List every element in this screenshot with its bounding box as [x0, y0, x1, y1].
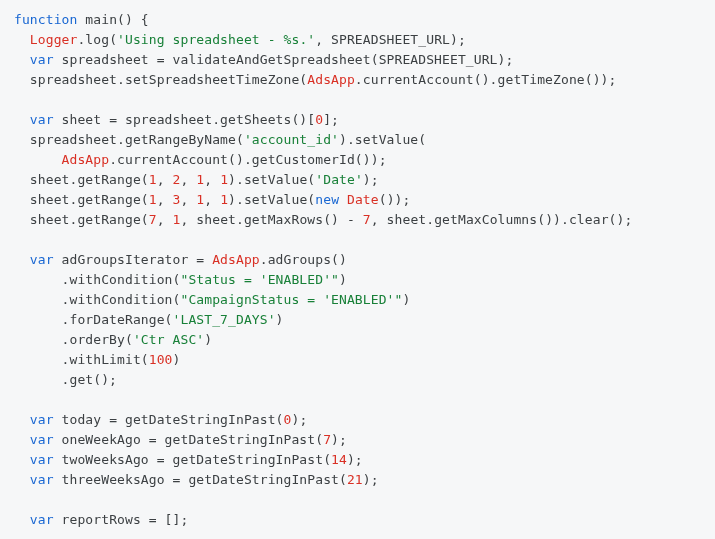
number-literal: 21 — [347, 472, 363, 487]
comma: , — [157, 172, 173, 187]
string-literal: "Status = 'ENABLED'" — [180, 272, 339, 287]
code-text: sheet.getRange( — [14, 192, 149, 207]
type-ref: AdsApp — [212, 252, 260, 267]
keyword: function — [14, 12, 77, 27]
code-text: today = getDateStringInPast( — [54, 412, 284, 427]
code-line: .forDateRange('LAST_7_DAYS') — [14, 310, 701, 330]
code-text: sheet = spreadsheet.getSheets()[ — [54, 112, 316, 127]
code-text: , SPREADSHEET_URL); — [315, 32, 466, 47]
code-line: var twoWeeksAgo = getDateStringInPast(14… — [14, 450, 701, 470]
code-text: , sheet.getMaxColumns()).clear(); — [371, 212, 633, 227]
number-literal: 0 — [315, 112, 323, 127]
code-text: ) — [204, 332, 212, 347]
code-text: sheet.getRange( — [14, 212, 149, 227]
code-text: .orderBy( — [14, 332, 133, 347]
number-literal: 1 — [173, 212, 181, 227]
code-text: ]; — [323, 112, 339, 127]
code-text: twoWeeksAgo = getDateStringInPast( — [54, 452, 331, 467]
code-text: .withCondition( — [14, 292, 180, 307]
indent — [14, 152, 62, 167]
code-line: .withLimit(100) — [14, 350, 701, 370]
code-block: function main() { Logger.log('Using spre… — [14, 10, 701, 530]
string-literal: 'Date' — [315, 172, 363, 187]
code-text: .forDateRange( — [14, 312, 173, 327]
code-text: ).setValue( — [228, 172, 315, 187]
blank-line — [14, 230, 701, 250]
code-line: Logger.log('Using spreadsheet - %s.', SP… — [14, 30, 701, 50]
keyword: var — [30, 472, 54, 487]
comma: , — [181, 172, 197, 187]
string-literal: 'LAST_7_DAYS' — [173, 312, 276, 327]
type-ref: AdsApp — [62, 152, 110, 167]
keyword: var — [30, 452, 54, 467]
code-line: .orderBy('Ctr ASC') — [14, 330, 701, 350]
code-text: .currentAccount().getCustomerId()); — [109, 152, 386, 167]
code-line: spreadsheet.getRangeByName('account_id')… — [14, 130, 701, 150]
code-line: .get(); — [14, 370, 701, 390]
code-text: threeWeeksAgo = getDateStringInPast( — [54, 472, 347, 487]
code-text: ) — [276, 312, 284, 327]
code-line: .withCondition("Status = 'ENABLED'") — [14, 270, 701, 290]
type-ref: AdsApp — [307, 72, 355, 87]
blank-line — [14, 390, 701, 410]
code-text: sheet.getRange( — [14, 172, 149, 187]
code-text: spreadsheet.getRangeByName( — [14, 132, 244, 147]
type-ref: Date — [347, 192, 379, 207]
number-literal: 1 — [149, 192, 157, 207]
indent — [14, 32, 30, 47]
code-text: ); — [331, 432, 347, 447]
code-line: sheet.getRange(7, 1, sheet.getMaxRows() … — [14, 210, 701, 230]
code-line: .withCondition("CampaignStatus = 'ENABLE… — [14, 290, 701, 310]
code-text: oneWeekAgo = getDateStringInPast( — [54, 432, 324, 447]
string-literal: 'account_id' — [244, 132, 339, 147]
code-text: ()); — [379, 192, 411, 207]
code-line: function main() { — [14, 10, 701, 30]
code-line: sheet.getRange(1, 2, 1, 1).setValue('Dat… — [14, 170, 701, 190]
comma: , — [204, 172, 220, 187]
string-literal: "CampaignStatus = 'ENABLED'" — [180, 292, 402, 307]
comma: , — [204, 192, 220, 207]
code-text: .log( — [77, 32, 117, 47]
function-name: main — [77, 12, 117, 27]
code-line: var threeWeeksAgo = getDateStringInPast(… — [14, 470, 701, 490]
code-line: AdsApp.currentAccount().getCustomerId())… — [14, 150, 701, 170]
code-line: var reportRows = []; — [14, 510, 701, 530]
number-literal: 1 — [220, 172, 228, 187]
code-line: spreadsheet.setSpreadsheetTimeZone(AdsAp… — [14, 70, 701, 90]
keyword: var — [30, 412, 54, 427]
code-text: ) — [173, 352, 181, 367]
code-text: .get(); — [14, 372, 117, 387]
code-line: sheet.getRange(1, 3, 1, 1).setValue(new … — [14, 190, 701, 210]
comma: , — [157, 192, 173, 207]
code-text: ); — [347, 452, 363, 467]
keyword: var — [30, 252, 54, 267]
keyword: var — [30, 52, 54, 67]
code-text: ); — [291, 412, 307, 427]
code-text: .adGroups() — [260, 252, 347, 267]
code-text: ).setValue( — [339, 132, 426, 147]
code-text: reportRows = []; — [54, 512, 189, 527]
space — [339, 192, 347, 207]
punct: () { — [117, 12, 149, 27]
code-text: .withLimit( — [14, 352, 149, 367]
number-literal: 7 — [323, 432, 331, 447]
number-literal: 7 — [149, 212, 157, 227]
keyword: var — [30, 432, 54, 447]
blank-line — [14, 490, 701, 510]
code-text: ); — [363, 172, 379, 187]
code-line: var spreadsheet = validateAndGetSpreadsh… — [14, 50, 701, 70]
number-literal: 14 — [331, 452, 347, 467]
code-text: .currentAccount().getTimeZone()); — [355, 72, 617, 87]
number-literal: 3 — [173, 192, 181, 207]
code-line: var sheet = spreadsheet.getSheets()[0]; — [14, 110, 701, 130]
number-literal: 100 — [149, 352, 173, 367]
code-text: ) — [402, 292, 410, 307]
code-line: var oneWeekAgo = getDateStringInPast(7); — [14, 430, 701, 450]
code-text: adGroupsIterator = — [54, 252, 213, 267]
number-literal: 1 — [220, 192, 228, 207]
number-literal: 2 — [173, 172, 181, 187]
code-text: ).setValue( — [228, 192, 315, 207]
code-line: var adGroupsIterator = AdsApp.adGroups() — [14, 250, 701, 270]
blank-line — [14, 90, 701, 110]
code-text: spreadsheet.setSpreadsheetTimeZone( — [14, 72, 307, 87]
